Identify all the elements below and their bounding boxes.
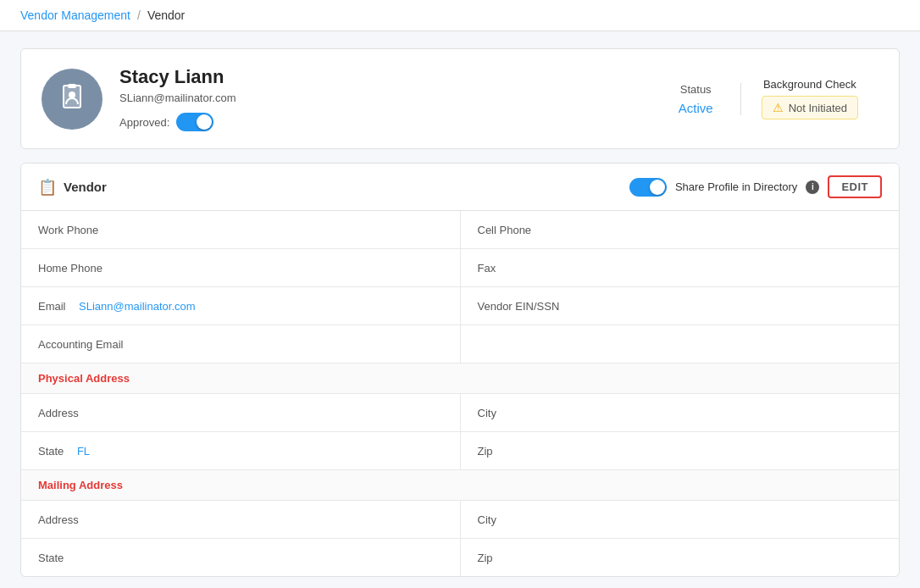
mailing-city-label: City: [478, 513, 496, 526]
table-row: Address City: [21, 394, 899, 432]
email-label: Email: [38, 300, 66, 313]
status-value: Active: [679, 101, 713, 115]
section-title-wrap: 📋 Vendor: [38, 178, 107, 197]
approved-toggle[interactable]: [176, 113, 213, 131]
share-profile-toggle[interactable]: [629, 178, 667, 197]
breadcrumb-separator: /: [137, 8, 141, 22]
work-phone-label: Work Phone: [38, 224, 98, 236]
mailing-address-header-row: Mailing Address: [21, 470, 899, 501]
profile-card: Stacy Liann SLiann@mailinator.com Approv…: [20, 48, 900, 149]
mailing-address-label: Address: [38, 513, 79, 526]
accounting-email-label: Accounting Email: [38, 338, 123, 351]
ein-ssn-label: Vendor EIN/SSN: [478, 300, 560, 313]
bg-check-badge: ⚠ Not Initiated: [762, 96, 858, 119]
vendor-data-table: Work Phone Cell Phone Home Phone Fax: [21, 211, 899, 576]
state-value: FL: [77, 445, 90, 458]
page-content: Stacy Liann SLiann@mailinator.com Approv…: [0, 31, 920, 588]
svg-point-2: [69, 92, 75, 98]
profile-name: Stacy Liann: [119, 66, 635, 88]
table-row: Work Phone Cell Phone: [21, 211, 899, 249]
share-profile-label: Share Profile in Directory: [675, 180, 798, 193]
svg-rect-1: [68, 84, 76, 88]
state-label: State: [38, 445, 64, 458]
zip-label: Zip: [478, 445, 493, 458]
edit-button[interactable]: EDIT: [828, 175, 882, 198]
profile-email: SLiann@mailinator.com: [119, 92, 635, 104]
table-row: Address City: [21, 501, 899, 539]
section-actions: Share Profile in Directory i EDIT: [629, 175, 882, 198]
breadcrumb-bar: Vendor Management / Vendor: [0, 0, 920, 31]
city-label: City: [478, 407, 496, 419]
mailing-address-header: Mailing Address: [21, 470, 899, 501]
status-block: Status Active: [651, 83, 741, 115]
breadcrumb-current: Vendor: [147, 8, 185, 22]
cell-phone-label: Cell Phone: [478, 224, 532, 236]
home-phone-label: Home Phone: [38, 262, 103, 275]
avatar: [42, 69, 103, 130]
avatar-icon: [56, 80, 88, 119]
mailing-zip-label: Zip: [478, 552, 493, 564]
breadcrumb-parent-link[interactable]: Vendor Management: [20, 8, 130, 22]
vendor-icon: 📋: [38, 178, 57, 197]
status-label: Status: [679, 83, 713, 96]
table-row: State FL Zip: [21, 432, 899, 470]
table-row: Accounting Email: [21, 325, 899, 363]
fax-label: Fax: [478, 262, 496, 275]
approved-row: Approved:: [119, 113, 635, 131]
profile-status-section: Status Active Background Check ⚠ Not Ini…: [651, 78, 878, 119]
vendor-section-card: 📋 Vendor Share Profile in Directory i ED…: [20, 163, 900, 577]
physical-address-header: Physical Address: [21, 363, 899, 394]
table-row: Home Phone Fax: [21, 249, 899, 287]
mailing-state-label: State: [38, 552, 64, 564]
email-value: SLiann@mailinator.com: [79, 300, 195, 313]
approved-label: Approved:: [119, 116, 169, 129]
section-header: 📋 Vendor Share Profile in Directory i ED…: [21, 164, 899, 211]
bg-check-label: Background Check: [762, 78, 858, 91]
profile-info: Stacy Liann SLiann@mailinator.com Approv…: [119, 66, 635, 131]
info-icon[interactable]: i: [806, 180, 819, 194]
table-row: State Zip: [21, 539, 899, 577]
physical-address-header-row: Physical Address: [21, 363, 899, 394]
table-row: Email SLiann@mailinator.com Vendor EIN/S…: [21, 287, 899, 325]
bg-check-value: Not Initiated: [789, 102, 847, 114]
section-title: Vendor: [64, 180, 107, 194]
address-label: Address: [38, 407, 79, 419]
bg-check-block: Background Check ⚠ Not Initiated: [741, 78, 878, 119]
warning-icon: ⚠: [773, 101, 784, 114]
